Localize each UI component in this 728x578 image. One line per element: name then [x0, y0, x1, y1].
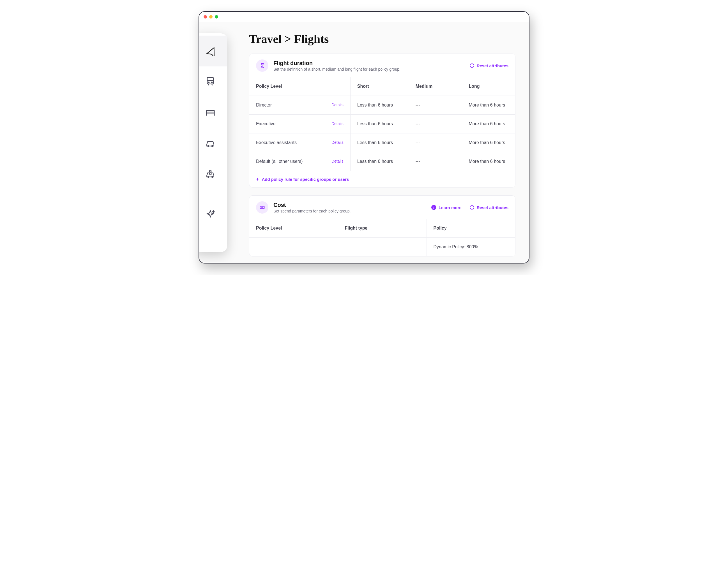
reset-label: Reset attributes — [477, 63, 509, 68]
sidebar-item-car[interactable] — [199, 128, 227, 159]
details-link[interactable]: Details — [332, 159, 343, 163]
flight-duration-table: Policy Level Short Medium Long Director … — [249, 77, 515, 171]
col-policy-level: Policy Level — [249, 77, 350, 96]
card-subtitle: Set the definition of a short, medium an… — [274, 67, 464, 72]
sidebar — [199, 33, 227, 252]
cost-card: Cost Set spend parameters for each polic… — [249, 195, 515, 256]
table-row: Director Details Less than 6 hours --- M… — [249, 96, 515, 115]
row-medium: --- — [409, 96, 462, 115]
col-flight-type: Flight type — [338, 219, 426, 238]
train-icon — [205, 76, 216, 88]
row-level: Executive — [256, 121, 276, 126]
window-minimize-dot[interactable] — [209, 15, 213, 19]
airplane-icon — [205, 45, 216, 57]
sparkle-icon — [205, 210, 216, 221]
row-short: Less than 6 hours — [350, 133, 409, 152]
sidebar-item-perks[interactable] — [199, 200, 227, 231]
svg-point-16 — [262, 207, 263, 208]
app-window: Travel > Flights Flight duration Set the… — [199, 11, 529, 264]
row-medium: --- — [409, 152, 462, 171]
learn-more-label: Learn more — [439, 205, 462, 210]
row-policy: Dynamic Policy: 800% — [426, 238, 515, 256]
col-policy: Policy — [426, 219, 515, 238]
row-short: Less than 6 hours — [350, 152, 409, 171]
row-level: Executive assistants — [256, 140, 297, 145]
row-medium: --- — [409, 133, 462, 152]
row-long: More than 6 hours — [462, 152, 515, 171]
card-header: Cost Set spend parameters for each polic… — [249, 196, 515, 219]
svg-point-3 — [211, 82, 212, 83]
window-maximize-dot[interactable] — [215, 15, 218, 19]
row-level — [249, 238, 338, 256]
reset-attributes-button[interactable]: Reset attributes — [469, 205, 509, 210]
table-row: Executive assistants Details Less than 6… — [249, 133, 515, 152]
plus-icon: + — [256, 176, 259, 182]
add-rule-label: Add policy rule for specific groups or u… — [262, 177, 349, 182]
sidebar-item-rail[interactable] — [199, 66, 227, 97]
card-header: Flight duration Set the definition of a … — [249, 54, 515, 77]
row-flight-type — [338, 238, 426, 256]
row-level: Director — [256, 103, 272, 107]
window-close-dot[interactable] — [204, 15, 207, 19]
driver-icon — [205, 168, 216, 180]
reset-label: Reset attributes — [477, 205, 509, 210]
main-content: Travel > Flights Flight duration Set the… — [236, 22, 529, 262]
card-subtitle: Set spend parameters for each policy gro… — [274, 209, 426, 213]
refresh-icon — [469, 205, 474, 210]
sidebar-item-flights[interactable] — [199, 36, 227, 66]
flight-duration-card: Flight duration Set the definition of a … — [249, 54, 515, 188]
svg-point-2 — [208, 82, 209, 83]
details-link[interactable]: Details — [332, 103, 343, 107]
row-long: More than 6 hours — [462, 133, 515, 152]
row-medium: --- — [409, 115, 462, 133]
svg-rect-15 — [260, 206, 264, 209]
details-link[interactable]: Details — [332, 140, 343, 145]
row-short: Less than 6 hours — [350, 96, 409, 115]
money-icon — [256, 201, 268, 214]
col-medium: Medium — [409, 77, 462, 96]
table-row: Default (all other users) Details Less t… — [249, 152, 515, 171]
window-titlebar — [199, 12, 529, 22]
svg-point-14 — [209, 170, 211, 172]
learn-more-button[interactable]: i Learn more — [431, 205, 462, 210]
car-icon — [205, 138, 216, 149]
cost-table: Policy Level Flight type Policy Dynamic … — [249, 219, 515, 256]
table-row: Executive Details Less than 6 hours --- … — [249, 115, 515, 133]
info-icon: i — [431, 205, 436, 210]
col-long: Long — [462, 77, 515, 96]
add-policy-rule-button[interactable]: + Add policy rule for specific groups or… — [249, 171, 515, 187]
row-long: More than 6 hours — [462, 115, 515, 133]
refresh-icon — [469, 63, 474, 68]
row-short: Less than 6 hours — [350, 115, 409, 133]
content-area: Travel > Flights Flight duration Set the… — [199, 22, 529, 262]
sidebar-item-ground[interactable] — [199, 159, 227, 190]
card-title: Flight duration — [274, 60, 464, 66]
hourglass-icon — [256, 59, 268, 72]
row-long: More than 6 hours — [462, 96, 515, 115]
page-title: Travel > Flights — [249, 32, 515, 46]
sidebar-item-hotels[interactable] — [199, 97, 227, 128]
details-link[interactable]: Details — [332, 121, 343, 126]
table-row: Dynamic Policy: 800% — [249, 238, 515, 256]
col-short: Short — [350, 77, 409, 96]
card-title: Cost — [274, 202, 426, 208]
col-policy-level: Policy Level — [249, 219, 338, 238]
row-level: Default (all other users) — [256, 159, 303, 164]
bed-icon — [205, 107, 216, 118]
reset-attributes-button[interactable]: Reset attributes — [469, 63, 509, 68]
